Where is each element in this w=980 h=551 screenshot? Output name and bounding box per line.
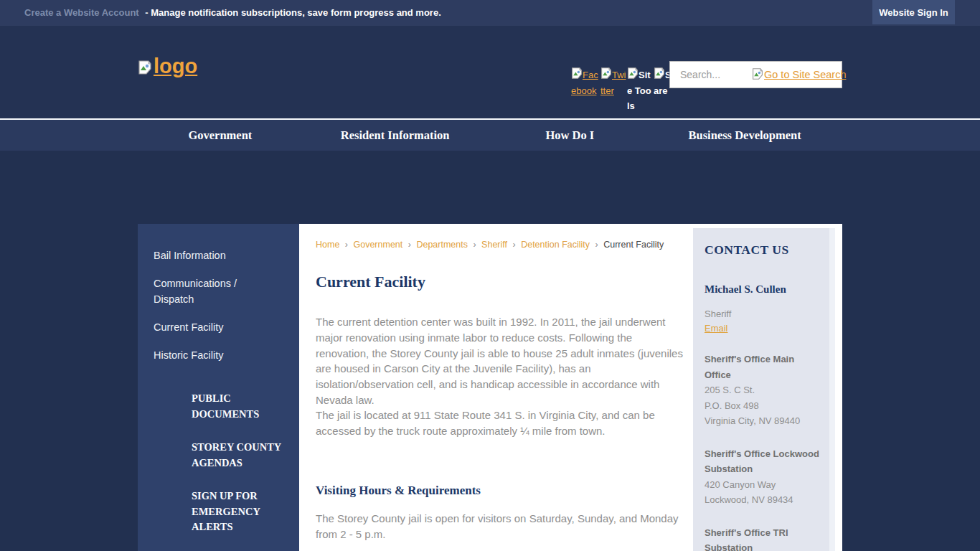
location-name: Sheriff's Office TRI Substation xyxy=(705,525,822,551)
location-address-line: 420 Canyon Way xyxy=(705,477,822,493)
location-address-line: Virginia City, NV 89440 xyxy=(705,413,822,429)
contact-us-heading: CONTACT US xyxy=(705,242,822,258)
contact-email-link[interactable]: Email xyxy=(705,323,728,334)
location-address-line: P.O. Box 498 xyxy=(705,398,822,414)
contact-location-main-office: Sheriff's Office Main Office 205 S. C St… xyxy=(705,352,822,429)
contact-us-panel: CONTACT US Michael S. Cullen Sheriff Ema… xyxy=(693,228,835,551)
share-icon xyxy=(654,67,665,83)
sidebar-item-historic-facility[interactable]: Historic Facility xyxy=(154,347,272,363)
search-go-icon xyxy=(752,68,763,82)
sidebar-item-emergency-alerts[interactable]: SIGN UP FOR EMERGENCY ALERTS xyxy=(192,489,286,535)
twitter-link[interactable]: Twitter xyxy=(600,67,626,113)
search-go-label: Go to Site Search xyxy=(764,69,846,80)
site-logo-link[interactable]: logo xyxy=(138,55,197,80)
sidebar-item-communications-dispatch[interactable]: Communications / Dispatch xyxy=(154,276,272,307)
location-name: Sheriff's Office Main Office xyxy=(705,352,822,382)
contact-location-lockwood-substation: Sheriff's Office Lockwood Substation 420… xyxy=(705,446,822,508)
visiting-hours-heading: Visiting Hours & Requirements xyxy=(316,484,481,498)
breadcrumb: Home › Government › Departments › Sherif… xyxy=(316,240,664,250)
sidebar-quick-links: PUBLIC DOCUMENTS STOREY COUNTY AGENDAS S… xyxy=(138,391,299,535)
breadcrumb-separator: › xyxy=(595,240,598,250)
nav-item-business-development[interactable]: Business Development xyxy=(657,120,832,151)
site-search-box: Go to Site Search xyxy=(669,61,842,88)
breadcrumb-separator: › xyxy=(408,240,411,250)
broken-image-icon xyxy=(138,56,152,80)
logo-alt-text: logo xyxy=(154,55,197,78)
breadcrumb-current-page: Current Facility xyxy=(603,240,664,250)
breadcrumb-departments[interactable]: Departments xyxy=(416,240,468,250)
twitter-icon xyxy=(600,67,612,83)
sidebar-item-storey-county-agendas[interactable]: STOREY COUNTY AGENDAS xyxy=(192,440,286,471)
section-sidebar: Bail Information Communications / Dispat… xyxy=(138,224,299,551)
go-to-site-search-button[interactable]: Go to Site Search xyxy=(752,68,846,82)
breadcrumb-separator: › xyxy=(513,240,516,250)
facility-description-paragraph: The current detention center was built i… xyxy=(316,314,685,408)
top-account-bar: Create a Website Account - Manage notifi… xyxy=(0,0,980,26)
website-sign-in-button[interactable]: Website Sign In xyxy=(872,0,955,24)
breadcrumb-sheriff[interactable]: Sheriff xyxy=(481,240,507,250)
breadcrumb-home[interactable]: Home xyxy=(316,240,339,250)
account-message-text: - Manage notification subscriptions, sav… xyxy=(145,7,440,18)
contact-person-name: Michael S. Cullen xyxy=(705,283,822,296)
breadcrumb-government[interactable]: Government xyxy=(353,240,402,250)
sidebar-item-current-facility[interactable]: Current Facility xyxy=(154,319,272,335)
breadcrumb-detention-facility[interactable]: Detention Facility xyxy=(521,240,590,250)
social-links: Facebook Twitter Site Tools xyxy=(571,67,680,113)
site-tools-icon xyxy=(627,67,639,83)
create-account-link[interactable]: Create a Website Account xyxy=(24,7,139,18)
page-title: Current Facility xyxy=(316,273,425,291)
breadcrumb-separator: › xyxy=(345,240,348,250)
sidebar-item-public-documents[interactable]: PUBLIC DOCUMENTS xyxy=(192,391,286,422)
site-tools-button[interactable]: Site Tools xyxy=(627,67,653,113)
sidebar-section-links: Bail Information Communications / Dispat… xyxy=(138,224,299,363)
location-name: Sheriff's Office Lockwood Substation xyxy=(705,446,822,477)
sidebar-item-bail-information[interactable]: Bail Information xyxy=(154,248,272,263)
contact-person-role: Sheriff xyxy=(705,307,822,321)
location-address-line: Lockwood, NV 89434 xyxy=(705,492,822,508)
nav-item-government[interactable]: Government xyxy=(133,120,308,151)
breadcrumb-separator: › xyxy=(473,240,476,250)
search-input[interactable] xyxy=(680,69,743,80)
location-address-line: 205 S. C St. xyxy=(705,382,822,398)
main-navigation: Government Resident Information How Do I… xyxy=(0,118,980,151)
facebook-icon xyxy=(571,67,583,83)
facility-location-paragraph: The jail is located at 911 State Route 3… xyxy=(316,408,685,439)
main-content: Home › Government › Departments › Sherif… xyxy=(299,224,842,551)
account-message: Create a Website Account - Manage notifi… xyxy=(24,0,441,26)
site-header: logo Facebook Twitter xyxy=(0,26,980,120)
nav-item-resident-information[interactable]: Resident Information xyxy=(308,120,483,151)
facebook-link[interactable]: Facebook xyxy=(571,67,600,113)
contact-location-tri-substation: Sheriff's Office TRI Substation xyxy=(705,525,822,551)
visiting-hours-paragraph: The Storey County jail is open for visit… xyxy=(316,511,685,542)
nav-item-how-do-i[interactable]: How Do I xyxy=(483,120,658,151)
